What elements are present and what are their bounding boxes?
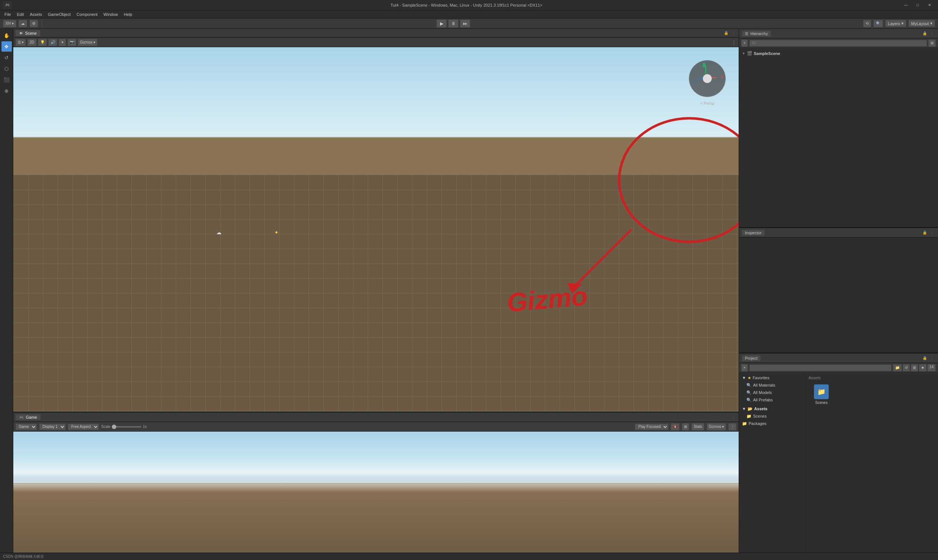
project-content: ▼ ★ Favorites 🔍 All Materials 🔍 All Mode… — [739, 372, 938, 560]
scene-gizmos-btn[interactable]: Gizmos ▾ — [78, 39, 98, 46]
layers-dropdown[interactable]: Layers ▾ — [885, 20, 906, 27]
menu-help[interactable]: Help — [121, 11, 135, 17]
scale-label: Scale — [101, 425, 110, 429]
collab-btn[interactable]: ☁ — [19, 20, 27, 27]
scene-audio-btn[interactable]: 🔊 — [48, 39, 57, 46]
project-tab[interactable]: Project — [742, 355, 761, 361]
menu-window[interactable]: Window — [100, 11, 121, 17]
fx-icon: ✦ — [61, 40, 64, 44]
center-area: 👁 Scene 🔒 ⋮ ☰▾ 2D 💡 🔊 — [13, 29, 739, 560]
toolbar-separator-1 — [42, 20, 42, 27]
search-btn[interactable]: 🔍 — [873, 20, 883, 27]
inspector-more-icon[interactable]: ⋮ — [929, 230, 935, 236]
project-lock-icon[interactable]: 🔒 — [922, 355, 928, 361]
project-assets-grid: 📁 Scenes — [808, 382, 935, 407]
inspector-tab[interactable]: Inspector — [742, 230, 765, 236]
scene-camera-btn[interactable]: 📷 — [68, 39, 76, 46]
scene-lock-btn[interactable]: 🔒 — [723, 30, 729, 36]
project-search[interactable] — [749, 365, 892, 371]
hierarchy-item-samplescene[interactable]: ▼ 🎬 SampleScene — [739, 49, 938, 58]
display-select[interactable]: Display 1 — [39, 423, 66, 430]
layout-dropdown[interactable]: MyLayout ▾ — [909, 20, 935, 27]
hierarchy-add-btn[interactable]: + — [741, 40, 748, 47]
top-toolbar: XH ▾ ☁ ⚙ ▶ ⏸ ⏭ ⟲ 🔍 Layers ▾ MyLayout ▾ — [0, 18, 938, 29]
project-folder-tree: ▼ ★ Favorites 🔍 All Materials 🔍 All Mode… — [739, 372, 805, 560]
status-text: CSDN @网络蜘蛛大峡谷 — [3, 554, 44, 559]
project-all-models[interactable]: 🔍 All Models — [739, 389, 805, 396]
persp-label[interactable]: < Persp — [700, 101, 714, 106]
menu-assets[interactable]: Assets — [27, 11, 45, 17]
minimize-button[interactable]: — — [900, 2, 912, 8]
scale-slider[interactable] — [112, 426, 141, 428]
inspector-lock-icon[interactable]: 🔒 — [922, 230, 928, 236]
tool-scale[interactable]: ⬡ — [2, 63, 12, 74]
layout-arrow: ▾ — [930, 21, 932, 26]
scene-viewport[interactable]: ☁ ✦ Y X — [13, 47, 739, 412]
gizmo-circle[interactable]: Y X Z — [689, 60, 726, 97]
maximize-button[interactable]: □ — [912, 2, 923, 8]
scene-tab[interactable]: 👁 Scene — [15, 30, 40, 36]
hierarchy-search[interactable] — [749, 40, 927, 46]
project-more-icon[interactable]: ⋮ — [929, 355, 935, 361]
project-assets-folder[interactable]: ▼ 📂 Assets — [739, 405, 805, 412]
project-packages-folder[interactable]: 📁 Packages — [739, 420, 805, 427]
stats-btn[interactable]: Stats — [691, 423, 704, 431]
game-more-btn2[interactable]: ⋮ — [728, 423, 736, 431]
tool-rotate[interactable]: ↺ — [2, 52, 12, 63]
menu-edit[interactable]: Edit — [14, 11, 27, 17]
scene-light-btn[interactable]: 💡 — [38, 39, 47, 46]
scene-fx-btn[interactable]: ✦ — [59, 39, 66, 46]
game-tab[interactable]: 🎮 Game — [15, 414, 41, 420]
mute-icon: 🔇 — [673, 425, 677, 429]
close-button[interactable]: ✕ — [924, 2, 935, 8]
project-toolbar: + 📁 ↺ ⊞ ★ 14 — [739, 363, 938, 372]
tool-transform[interactable]: ⊕ — [2, 86, 12, 96]
project-add-btn[interactable]: + — [741, 364, 748, 371]
game-gizmos-btn[interactable]: Gizmos ▾ — [707, 423, 726, 431]
scene-more-btn[interactable]: ⋮ — [731, 30, 736, 36]
game-grid-btn[interactable]: ⊞ — [682, 423, 689, 431]
history-btn[interactable]: ⟲ — [863, 20, 871, 27]
project-all-materials[interactable]: 🔍 All Materials — [739, 382, 805, 389]
scene-object-sun: ✦ — [274, 229, 279, 235]
play-button[interactable]: ▶ — [436, 20, 447, 28]
project-folder-btn[interactable]: 📁 — [893, 364, 902, 371]
menu-gameobject[interactable]: GameObject — [45, 11, 74, 17]
tool-rect[interactable]: ⬛ — [2, 74, 12, 85]
aspect-select[interactable]: Free Aspect — [68, 423, 99, 430]
play-focused-select[interactable]: Play Focused — [635, 423, 668, 430]
scene-icon: 🎬 — [747, 51, 752, 56]
game-viewport[interactable] — [13, 432, 739, 560]
hierarchy-options-btn[interactable]: ⊞ — [929, 40, 936, 47]
project-favorites-header[interactable]: ▼ ★ Favorites — [739, 374, 805, 382]
menu-file[interactable]: File — [2, 11, 14, 17]
project-refresh-btn[interactable]: ↺ — [903, 364, 910, 371]
account-btn[interactable]: XH ▾ — [3, 20, 16, 27]
project-all-prefabs[interactable]: 🔍 All Prefabs — [739, 396, 805, 403]
project-scenes-folder[interactable]: 📁 Scenes — [739, 412, 805, 420]
scene-toolbar: ☰▾ 2D 💡 🔊 ✦ 📷 Gizmos ▾ ⋮ — [13, 38, 739, 47]
scene-tab-bar: 👁 Scene 🔒 ⋮ — [13, 29, 739, 38]
step-button[interactable]: ⏭ — [460, 20, 470, 28]
menu-component[interactable]: Component — [74, 11, 100, 17]
scene-2d-btn[interactable]: 2D — [27, 39, 37, 46]
pause-button[interactable]: ⏸ — [448, 20, 458, 28]
services-btn[interactable]: ⚙ — [29, 20, 38, 27]
mute-btn[interactable]: 🔇 — [671, 423, 680, 431]
scale-slider-thumb — [112, 425, 116, 429]
project-filter-btn[interactable]: ⊞ — [911, 364, 918, 371]
hierarchy-more-icon[interactable]: ⋮ — [929, 31, 935, 37]
game-more-btn[interactable]: ⋮ — [731, 414, 736, 420]
gizmo-z-label: Z — [693, 82, 695, 86]
tool-hand[interactable]: ✋ — [2, 30, 12, 41]
tool-move[interactable]: ✥ — [2, 41, 12, 52]
inspector-header-icons: 🔒 ⋮ — [922, 230, 935, 236]
project-asset-scenes[interactable]: 📁 Scenes — [808, 382, 834, 407]
gizmo-overlay: Y X Z < Persp — [687, 58, 728, 99]
hierarchy-lock-icon[interactable]: 🔒 — [922, 31, 928, 37]
hierarchy-tab[interactable]: ☰ Hierarchy — [742, 31, 771, 37]
game-mode-select[interactable]: Game — [15, 423, 37, 430]
scene-draw-mode[interactable]: ☰▾ — [15, 39, 26, 46]
scene-menu-dots[interactable]: ⋮ — [731, 40, 736, 45]
project-star-btn[interactable]: ★ — [919, 364, 927, 371]
